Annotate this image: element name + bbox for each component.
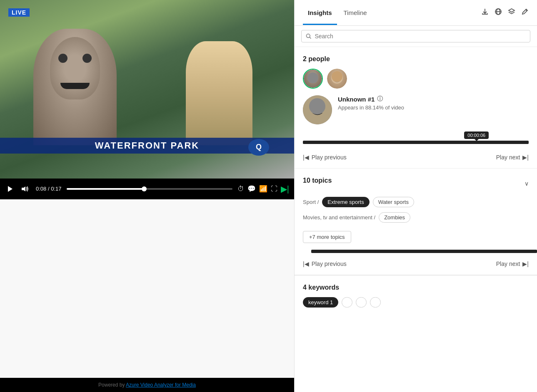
search-input[interactable]: [315, 33, 526, 40]
captions-icon[interactable]: 💬: [247, 185, 256, 193]
globe-icon[interactable]: [495, 8, 502, 17]
svg-point-17: [312, 104, 316, 109]
progress-dot: [142, 186, 147, 191]
video-frame: LIVE WATERFRONT PARK Q: [0, 0, 294, 179]
keywords-section-title: 4 keywords: [303, 284, 529, 291]
panel-header: Insights Timeline: [295, 0, 537, 26]
svg-point-14: [338, 76, 341, 79]
svg-point-10: [309, 76, 312, 79]
topic-category-sport: Sport /: [303, 199, 319, 205]
svg-point-15: [303, 95, 332, 124]
topic-row-movies: Movies, tv and entertainment / Zombies: [303, 212, 529, 223]
person-detail: Unknown #1 ⓘ Appears in 88.14% of video: [303, 95, 529, 124]
keyword-tag-4[interactable]: [370, 297, 381, 308]
search-bar: [295, 26, 537, 47]
tab-insights[interactable]: Insights: [303, 1, 337, 25]
live-badge: LIVE: [8, 8, 30, 17]
avatar-person2[interactable]: [327, 69, 347, 89]
topics-collapse-icon[interactable]: ∨: [525, 180, 529, 187]
keyword-tag-3[interactable]: [356, 297, 367, 308]
azure-link[interactable]: Azure Video Analyzer for Media: [126, 382, 196, 388]
control-icons: ⏱ 💬 📶 ⛶ ▶|: [237, 184, 289, 194]
svg-point-16: [311, 101, 324, 114]
time-display: 0:08 / 0:17: [36, 186, 62, 192]
topic-category-movies: Movies, tv and entertainment /: [303, 214, 375, 221]
person-avatar-large[interactable]: [303, 95, 332, 124]
topics-header: 10 topics ∨: [303, 177, 529, 190]
topics-play-nav: |◀ Play previous Play next ▶|: [295, 253, 537, 275]
svg-marker-0: [8, 186, 12, 192]
zombie-face: [50, 37, 100, 99]
play-next-green-icon[interactable]: ▶|: [281, 184, 289, 194]
video-logo: Q: [248, 139, 269, 156]
search-input-wrap[interactable]: [301, 30, 530, 42]
volume-button[interactable]: [20, 184, 31, 194]
tab-timeline[interactable]: Timeline: [339, 1, 372, 25]
person-info: Unknown #1 ⓘ Appears in 88.14% of video: [338, 95, 529, 111]
search-icon: [306, 33, 311, 39]
people-play-next-btn[interactable]: Play next ▶|: [496, 152, 529, 162]
zombie-mouth: [60, 83, 90, 89]
progress-fill: [67, 188, 145, 190]
people-avatars: [303, 69, 529, 89]
topics-section: 10 topics ∨ Sport / Extreme sports Water…: [295, 169, 537, 250]
people-play-nav: |◀ Play previous Play next ▶|: [295, 146, 537, 169]
quality-icon[interactable]: 📶: [259, 185, 267, 193]
edit-icon[interactable]: [521, 8, 529, 17]
svg-line-8: [310, 37, 311, 38]
zombie-figure: [33, 29, 117, 145]
progress-bar[interactable]: [67, 188, 232, 190]
play-button[interactable]: [5, 184, 15, 194]
video-area: LIVE WATERFRONT PARK Q: [0, 0, 294, 179]
play-prev-icon: |◀: [303, 154, 309, 161]
avatar-woman-face: [327, 69, 347, 89]
keyword-tag-2[interactable]: [342, 297, 352, 308]
topic-row-sport: Sport / Extreme sports Water sports: [303, 197, 529, 207]
panel-content[interactable]: 2 people: [295, 47, 537, 392]
avatar-zombie-face: [304, 69, 322, 88]
svg-marker-5: [509, 9, 515, 12]
timer-icon[interactable]: ⏱: [237, 185, 244, 193]
svg-point-18: [319, 104, 323, 109]
keywords-tags: keyword 1: [303, 297, 529, 308]
info-icon[interactable]: ⓘ: [377, 95, 383, 103]
svg-point-7: [306, 34, 310, 38]
panel-toolbar: [481, 8, 529, 17]
timeline-bar[interactable]: [303, 141, 529, 144]
timeline-tooltip: 00:00:06: [464, 131, 489, 139]
play-next-icon: ▶|: [522, 154, 529, 161]
person-name: Unknown #1 ⓘ: [338, 95, 529, 103]
topics-timeline-container: [295, 250, 537, 253]
topics-play-next-icon: ▶|: [522, 261, 529, 267]
people-section: 2 people: [295, 47, 537, 124]
fullscreen-icon[interactable]: ⛶: [271, 185, 277, 193]
more-topics-button[interactable]: +7 more topics: [303, 231, 351, 243]
layers-icon[interactable]: [508, 8, 515, 17]
topics-timeline-bar[interactable]: [311, 250, 537, 253]
zombie-eye-left: [58, 54, 67, 63]
topics-play-next-btn[interactable]: Play next ▶|: [496, 259, 529, 269]
topics-section-title: 10 topics: [303, 177, 332, 184]
topic-tag-water-sports[interactable]: Water sports: [373, 197, 414, 207]
people-play-previous-btn[interactable]: |◀ Play previous: [303, 152, 347, 162]
person-appears: Appears in 88.14% of video: [338, 104, 529, 111]
topic-tag-extreme-sports[interactable]: Extreme sports: [322, 197, 369, 207]
svg-point-9: [307, 72, 318, 83]
zombie-eye-right: [82, 54, 92, 63]
keywords-section: 4 keywords keyword 1: [295, 275, 537, 308]
topic-tag-zombies[interactable]: Zombies: [379, 212, 410, 223]
topics-play-prev-icon: |◀: [303, 261, 309, 267]
timeline-container: 00:00:06: [295, 131, 537, 144]
topics-play-previous-btn[interactable]: |◀ Play previous: [303, 259, 347, 269]
svg-point-12: [331, 72, 343, 84]
powered-by-footer: Powered by Azure Video Analyzer for Medi…: [0, 377, 294, 392]
video-controls: 0:08 / 0:17 ⏱ 💬 📶 ⛶ ▶|: [0, 179, 294, 199]
keyword-tag-1[interactable]: keyword 1: [303, 297, 338, 308]
insights-panel: Insights Timeline: [294, 0, 537, 392]
svg-point-11: [314, 76, 317, 79]
video-below-area: [0, 199, 294, 378]
svg-marker-1: [22, 186, 25, 191]
people-section-title: 2 people: [303, 55, 529, 63]
avatar-person1[interactable]: [303, 69, 323, 89]
download-icon[interactable]: [481, 8, 489, 17]
